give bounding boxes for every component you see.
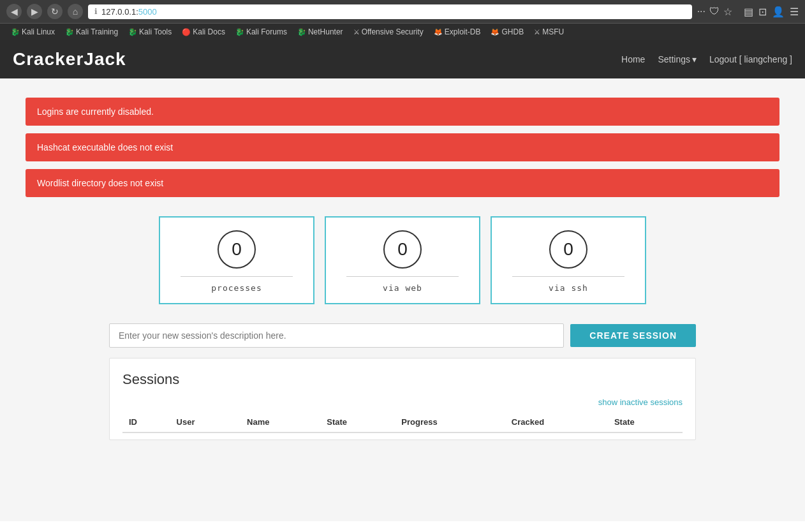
create-session-button[interactable]: CREATE SESSION <box>570 324 696 347</box>
alert-hashcat: Hashcat executable does not exist <box>26 133 779 161</box>
bookmark-kali-tools[interactable]: 🐉 Kali Tools <box>124 26 176 38</box>
back-button[interactable]: ◀ <box>6 4 22 19</box>
col-header-user: User <box>170 412 241 432</box>
stats-row: 0 processes 0 via web 0 via ssh <box>154 216 651 304</box>
pocket-button[interactable]: 🛡 <box>709 6 720 17</box>
logout-nav-link[interactable]: Logout [ liangcheng ] <box>709 54 792 64</box>
address-bar[interactable]: ℹ 127.0.0.1:5000 <box>88 4 692 19</box>
menu-button[interactable]: ☰ <box>790 6 799 18</box>
sessions-table-header-row: ID User Name State Progress Cracked Stat… <box>122 412 683 432</box>
stat-via-web-label: via web <box>383 283 422 293</box>
bookmark-button[interactable]: ☆ <box>723 6 732 18</box>
col-header-progress: Progress <box>395 412 505 432</box>
bookmark-kali-linux[interactable]: 🐉 Kali Linux <box>6 26 59 38</box>
alert-wordlist: Wordlist directory does not exist <box>26 169 779 197</box>
sessions-table: ID User Name State Progress Cracked Stat… <box>122 412 683 433</box>
nethunter-icon: 🐉 <box>297 28 306 36</box>
bookmark-kali-docs[interactable]: 🔴 Kali Docs <box>177 26 230 38</box>
session-description-input[interactable] <box>109 323 564 348</box>
main-content: Logins are currently disabled. Hashcat e… <box>0 78 805 521</box>
ghdb-icon: 🦊 <box>491 28 499 36</box>
col-header-state: State <box>320 412 395 432</box>
bookmark-ghdb[interactable]: 🦊 GHDB <box>486 26 528 38</box>
browser-chrome: ◀ ▶ ↻ ⌂ ℹ 127.0.0.1:5000 ··· 🛡 ☆ ▤ ⊡ 👤 ☰ <box>0 0 805 23</box>
col-header-name: Name <box>240 412 320 432</box>
bookmarks-bar: 🐉 Kali Linux 🐉 Kali Training 🐉 Kali Tool… <box>0 23 805 40</box>
browser-actions: ··· 🛡 ☆ <box>697 6 732 18</box>
address-text: 127.0.0.1:5000 <box>101 7 157 17</box>
forward-button[interactable]: ▶ <box>27 4 42 19</box>
show-inactive-sessions-link[interactable]: show inactive sessions <box>598 397 683 407</box>
app-navbar: CrackerJack Home Settings ▾ Logout [ lia… <box>0 40 805 78</box>
app-nav-links: Home Settings ▾ Logout [ liangcheng ] <box>621 54 792 64</box>
sessions-section: Sessions show inactive sessions ID User … <box>109 358 696 440</box>
stat-card-processes: 0 processes <box>159 216 314 304</box>
bookmark-kali-forums[interactable]: 🐉 Kali Forums <box>231 26 292 38</box>
more-button[interactable]: ··· <box>697 6 705 17</box>
settings-nav-dropdown[interactable]: Settings ▾ <box>658 54 697 64</box>
profile-button[interactable]: 👤 <box>772 6 785 18</box>
sessions-title: Sessions <box>122 371 683 388</box>
alert-logins-disabled: Logins are currently disabled. <box>26 98 779 126</box>
layout-button[interactable]: ⊡ <box>758 6 767 18</box>
home-button[interactable]: ⌂ <box>68 4 83 19</box>
stat-via-web-value: 0 <box>383 230 422 269</box>
app-brand: CrackerJack <box>13 49 126 70</box>
kali-docs-icon: 🔴 <box>182 28 191 36</box>
bookmark-nethunter[interactable]: 🐉 NetHunter <box>293 26 348 38</box>
msfu-icon: ⚔ <box>534 28 540 36</box>
col-header-cracked: Cracked <box>505 412 608 432</box>
bookmark-exploit-db[interactable]: 🦊 Exploit-DB <box>429 26 485 38</box>
kali-training-icon: 🐉 <box>65 28 74 36</box>
stat-card-via-web: 0 via web <box>325 216 480 304</box>
settings-chevron-icon: ▾ <box>692 54 697 64</box>
kali-tools-icon: 🐉 <box>128 28 137 36</box>
reload-button[interactable]: ↻ <box>47 4 63 19</box>
col-header-state2: State <box>608 412 683 432</box>
kali-forums-icon: 🐉 <box>235 28 244 36</box>
stat-via-ssh-value: 0 <box>549 230 587 269</box>
stat-processes-label: processes <box>211 283 262 293</box>
bookmark-msfu[interactable]: ⚔ MSFU <box>529 26 568 38</box>
bookmark-kali-training[interactable]: 🐉 Kali Training <box>61 26 122 38</box>
bookmark-offensive-security[interactable]: ⚔ Offensive Security <box>349 26 428 38</box>
home-nav-link[interactable]: Home <box>621 54 645 64</box>
offensive-security-icon: ⚔ <box>353 28 360 36</box>
stat-card-via-ssh: 0 via ssh <box>491 216 646 304</box>
session-create-row: CREATE SESSION <box>109 323 696 348</box>
lock-icon: ℹ <box>94 7 98 16</box>
sessions-table-header: ID User Name State Progress Cracked Stat… <box>122 412 683 432</box>
col-header-id: ID <box>122 412 170 432</box>
kali-linux-icon: 🐉 <box>11 28 20 36</box>
stat-processes-value: 0 <box>218 230 256 269</box>
stat-via-ssh-label: via ssh <box>549 283 588 293</box>
exploit-db-icon: 🦊 <box>434 28 443 36</box>
sidebar-button[interactable]: ▤ <box>744 6 753 18</box>
sessions-toolbar: show inactive sessions <box>122 397 683 407</box>
